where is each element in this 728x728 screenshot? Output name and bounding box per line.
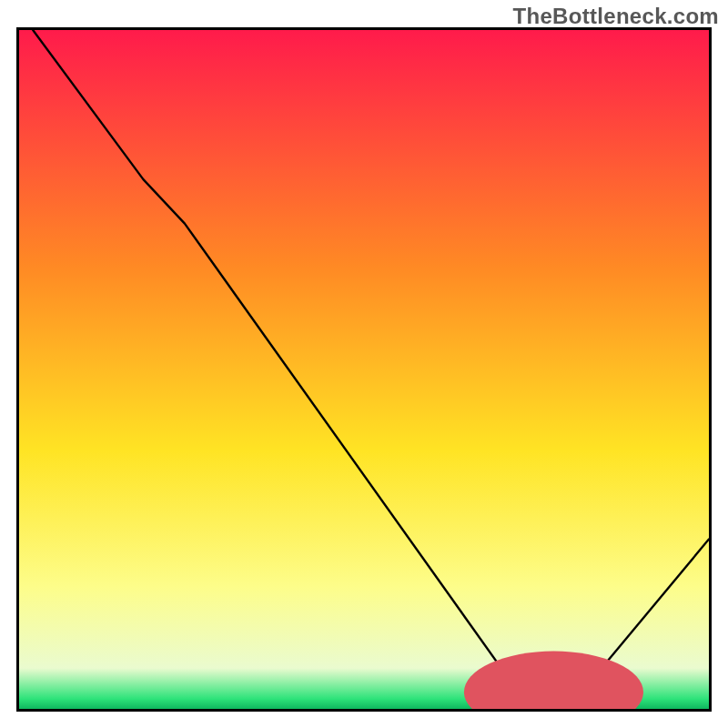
chart-background <box>19 30 709 709</box>
plot-area <box>16 27 712 712</box>
watermark-text: TheBottleneck.com <box>513 4 719 29</box>
chart-svg <box>19 30 709 709</box>
chart-container: TheBottleneck.com <box>0 0 728 728</box>
